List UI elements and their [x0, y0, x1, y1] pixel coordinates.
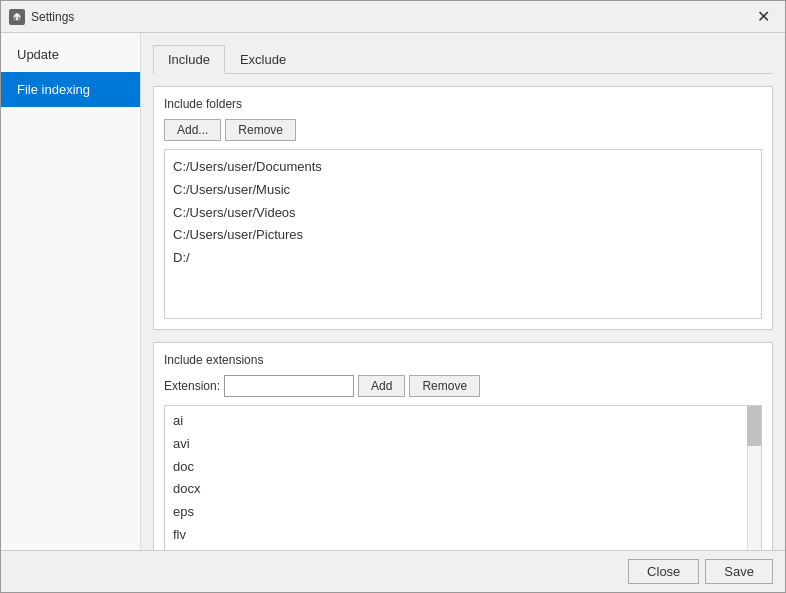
title-bar: Settings ✕: [1, 1, 785, 33]
list-item: C:/Users/user/Pictures: [171, 224, 755, 247]
main-content: Include Exclude Include folders Add... R…: [141, 33, 785, 550]
tabs-bar: Include Exclude: [153, 45, 773, 74]
extension-input-row: Extension: Add Remove: [164, 375, 762, 397]
folder-list: C:/Users/user/Documents C:/Users/user/Mu…: [164, 149, 762, 319]
list-item: flv: [171, 524, 755, 547]
include-folders-section: Include folders Add... Remove C:/Users/u…: [153, 86, 773, 330]
window-title: Settings: [31, 10, 749, 24]
tab-include[interactable]: Include: [153, 45, 225, 74]
include-extensions-section: Include extensions Extension: Add Remove…: [153, 342, 773, 550]
save-button[interactable]: Save: [705, 559, 773, 584]
footer: Close Save: [1, 550, 785, 592]
list-item: C:/Users/user/Videos: [171, 202, 755, 225]
settings-window: Settings ✕ Update File indexing Include …: [0, 0, 786, 593]
list-item: ai: [171, 410, 755, 433]
extension-list: ai avi doc docx eps flv gif htm: [165, 406, 761, 550]
remove-folder-button[interactable]: Remove: [225, 119, 296, 141]
app-icon: [9, 9, 25, 25]
add-extension-button[interactable]: Add: [358, 375, 405, 397]
remove-extension-button[interactable]: Remove: [409, 375, 480, 397]
scrollbar-thumb[interactable]: [747, 406, 761, 446]
close-button[interactable]: Close: [628, 559, 699, 584]
list-item: eps: [171, 501, 755, 524]
scrollbar-track[interactable]: [747, 406, 761, 550]
list-item: docx: [171, 478, 755, 501]
extension-label: Extension:: [164, 379, 220, 393]
list-item: C:/Users/user/Music: [171, 179, 755, 202]
list-item: C:/Users/user/Documents: [171, 156, 755, 179]
list-item: gif: [171, 547, 755, 550]
sidebar: Update File indexing: [1, 33, 141, 550]
sidebar-item-update[interactable]: Update: [1, 37, 140, 72]
tab-exclude[interactable]: Exclude: [225, 45, 301, 74]
extension-input[interactable]: [224, 375, 354, 397]
sidebar-item-file-indexing[interactable]: File indexing: [1, 72, 140, 107]
folders-button-row: Add... Remove: [164, 119, 762, 141]
add-folder-button[interactable]: Add...: [164, 119, 221, 141]
window-body: Update File indexing Include Exclude Inc…: [1, 33, 785, 550]
close-window-button[interactable]: ✕: [749, 3, 777, 31]
list-item: doc: [171, 456, 755, 479]
extension-list-wrapper: ai avi doc docx eps flv gif htm: [164, 405, 762, 550]
list-item: D:/: [171, 247, 755, 270]
include-extensions-title: Include extensions: [164, 353, 762, 367]
list-item: avi: [171, 433, 755, 456]
include-folders-title: Include folders: [164, 97, 762, 111]
